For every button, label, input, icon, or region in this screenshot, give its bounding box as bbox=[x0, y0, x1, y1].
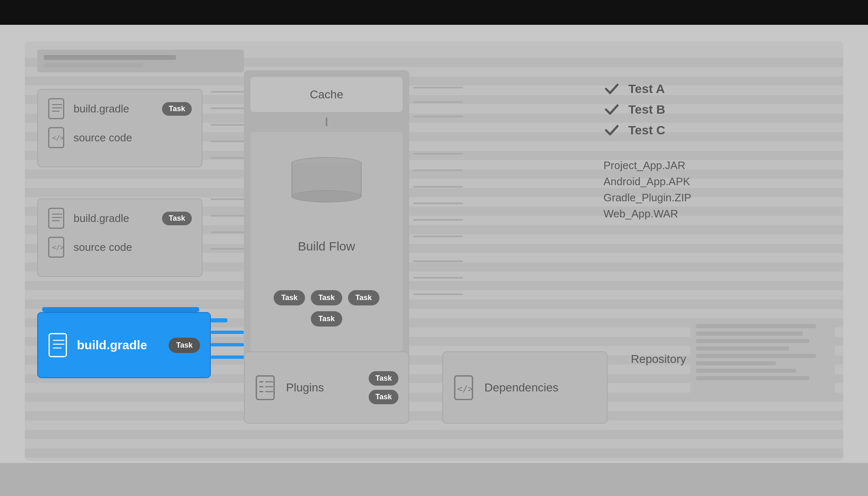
module-2-row-1: build.gradle Task bbox=[48, 207, 192, 229]
repo-line-8 bbox=[696, 376, 809, 380]
repo-label: Repository bbox=[631, 353, 686, 366]
checkmark-b bbox=[603, 101, 620, 118]
build-flow-label: Build Flow bbox=[298, 239, 355, 253]
connector-h-6 bbox=[211, 198, 244, 200]
svg-rect-6 bbox=[49, 208, 64, 228]
connector-h-1 bbox=[211, 91, 244, 93]
db-cylinder bbox=[291, 157, 362, 203]
plugins-task-2: Task bbox=[369, 390, 398, 404]
module-1-label-2: source code bbox=[74, 131, 192, 144]
connector-h-2 bbox=[211, 107, 244, 109]
r-connector-6 bbox=[413, 186, 463, 188]
plugins-box: Plugins Task Task bbox=[244, 351, 409, 424]
module-1: build.gradle Task </> source code bbox=[37, 89, 203, 167]
bottom-bar bbox=[0, 463, 868, 496]
test-c-label: Test C bbox=[628, 123, 665, 137]
cache-label: Cache bbox=[310, 88, 343, 101]
tests-section: Test A Test B Test C bbox=[603, 81, 831, 138]
r-connector-8 bbox=[413, 219, 463, 221]
r-connector-12 bbox=[413, 293, 463, 295]
dependencies-box: </> Dependencies bbox=[442, 351, 608, 424]
repo-line-4 bbox=[696, 346, 789, 351]
repo-line-7 bbox=[696, 369, 796, 373]
connector-h-8 bbox=[211, 231, 244, 233]
db-bottom bbox=[291, 190, 362, 203]
r-connector-1 bbox=[413, 87, 463, 88]
connector-h-9 bbox=[211, 248, 244, 250]
header-bar-2 bbox=[44, 63, 143, 67]
file-icon-2 bbox=[48, 207, 66, 229]
task-4-badge: Task bbox=[311, 311, 342, 327]
r-connector-11 bbox=[413, 277, 463, 279]
test-item-a: Test A bbox=[603, 81, 831, 97]
module-3: build.gradle Task bbox=[37, 312, 211, 378]
r-connector-9 bbox=[413, 236, 463, 237]
svg-text:</>: </> bbox=[52, 243, 64, 251]
output-4: Web_App.WAR bbox=[603, 207, 831, 220]
module-3-task-badge: Task bbox=[169, 338, 200, 353]
task-1-badge: Task bbox=[274, 290, 305, 305]
outer-container: build.gradle Task </> source code build.… bbox=[25, 41, 843, 461]
code-icon-1: </> bbox=[48, 127, 66, 148]
repo-line-3 bbox=[696, 339, 809, 343]
center-v-line-1 bbox=[326, 118, 327, 126]
module-1-row-2: </> source code bbox=[48, 127, 192, 148]
output-1: Project_App.JAR bbox=[603, 159, 831, 172]
svg-text:</>: </> bbox=[52, 134, 64, 142]
module-2-row-2: </> source code bbox=[48, 236, 192, 258]
dependencies-label: Dependencies bbox=[484, 381, 558, 394]
connector-h-5 bbox=[211, 157, 244, 159]
r-connector-2 bbox=[413, 101, 463, 103]
module-2-label-2: source code bbox=[74, 241, 192, 254]
svg-rect-12 bbox=[49, 334, 67, 356]
checkmark-c bbox=[603, 122, 620, 138]
plugins-label: Plugins bbox=[286, 381, 360, 394]
header-bar-1 bbox=[44, 55, 176, 60]
module-1-label-1: build.gradle bbox=[74, 103, 155, 115]
test-a-label: Test A bbox=[628, 82, 665, 96]
connector-h-3 bbox=[211, 124, 244, 126]
header-section bbox=[37, 50, 244, 72]
module-3-label: build.gradle bbox=[77, 338, 161, 352]
blue-connector-mid-2 bbox=[211, 343, 244, 346]
top-bar bbox=[0, 0, 868, 25]
test-item-c: Test C bbox=[603, 122, 831, 138]
task-2-badge: Task bbox=[311, 290, 342, 305]
module-1-task-badge: Task bbox=[162, 102, 192, 116]
checkmark-a bbox=[603, 81, 620, 97]
r-connector-4 bbox=[413, 153, 463, 155]
file-icon-1 bbox=[48, 98, 66, 119]
build-flow-box: Build Flow Task Task Task Task bbox=[250, 132, 403, 352]
r-connector-3 bbox=[413, 116, 463, 117]
module-1-row-1: build.gradle Task bbox=[48, 98, 192, 119]
repo-line-2 bbox=[696, 331, 803, 336]
outputs-section: Project_App.JAR Android_App.APK Gradle_P… bbox=[603, 159, 831, 220]
module-2-label-1: build.gradle bbox=[74, 212, 155, 225]
r-connector-5 bbox=[413, 169, 463, 171]
module-3-row-1: build.gradle Task bbox=[48, 333, 200, 358]
repo-line-6 bbox=[696, 361, 776, 365]
svg-text:</>: </> bbox=[457, 383, 473, 393]
code-icon-2: </> bbox=[48, 236, 66, 258]
output-2: Android_App.APK bbox=[603, 175, 831, 188]
file-icon-3 bbox=[48, 333, 69, 358]
test-b-label: Test B bbox=[628, 103, 665, 117]
test-item-b: Test B bbox=[603, 101, 831, 118]
module-2: build.gradle Task </> source code bbox=[37, 198, 203, 277]
module-3-top-line bbox=[42, 307, 199, 312]
task-row: Task Task Task Task bbox=[259, 290, 394, 327]
r-connector-7 bbox=[413, 203, 463, 204]
plugins-tasks: Task Task bbox=[369, 371, 398, 404]
center-connector-1 bbox=[250, 118, 403, 126]
connector-h-7 bbox=[211, 215, 244, 217]
repo-line-1 bbox=[696, 324, 816, 328]
dependencies-icon: </> bbox=[453, 375, 476, 401]
plugins-task-1: Task bbox=[369, 371, 398, 386]
svg-rect-16 bbox=[256, 376, 274, 399]
output-3: Gradle_Plugin.ZIP bbox=[603, 191, 831, 204]
connector-h-4 bbox=[211, 141, 244, 142]
repo-line-5 bbox=[696, 354, 816, 358]
cache-box: Cache bbox=[250, 77, 403, 112]
right-panel: Test A Test B Test C Project_App.JAR And… bbox=[603, 81, 831, 220]
blue-connector-bot bbox=[211, 355, 244, 359]
